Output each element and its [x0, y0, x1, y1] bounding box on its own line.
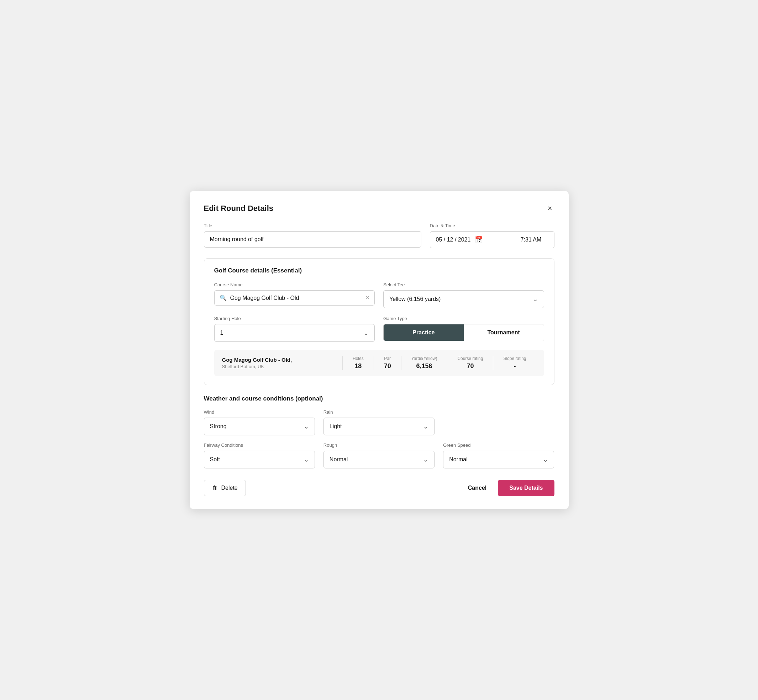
course-par-stat: Par 70: [374, 356, 401, 370]
fairway-field: Fairway Conditions Soft ⌄: [204, 442, 315, 469]
wind-rain-row: Wind Strong ⌄ Rain Light ⌄: [204, 409, 554, 435]
course-location: Shelford Bottom, UK: [222, 364, 342, 369]
rough-label: Rough: [324, 442, 434, 448]
footer-right: Cancel Save Details: [465, 480, 554, 496]
course-name-input[interactable]: [230, 295, 362, 301]
spacer: [443, 409, 554, 435]
green-speed-dropdown[interactable]: Normal ⌄: [443, 451, 554, 469]
starting-hole-label: Starting Hole: [214, 316, 375, 321]
holes-label: Holes: [353, 356, 364, 361]
time-field[interactable]: 7:31 AM: [508, 231, 554, 248]
rain-label: Rain: [324, 409, 434, 415]
course-name-display: Gog Magog Golf Club - Old,: [222, 357, 342, 363]
save-button[interactable]: Save Details: [498, 480, 554, 496]
delete-label: Delete: [221, 485, 238, 491]
weather-section: Weather and course conditions (optional)…: [204, 395, 554, 469]
cancel-button[interactable]: Cancel: [465, 480, 489, 496]
title-label: Title: [204, 223, 421, 228]
holes-value: 18: [354, 362, 362, 370]
select-tee-dropdown[interactable]: Yellow (6,156 yards) ⌄: [383, 290, 544, 308]
time-value: 7:31 AM: [521, 236, 542, 243]
rain-field: Rain Light ⌄: [324, 409, 434, 435]
rough-field: Rough Normal ⌄: [324, 442, 434, 469]
rain-dropdown[interactable]: Light ⌄: [324, 417, 434, 435]
select-tee-value: Yellow (6,156 yards): [389, 296, 440, 302]
chevron-down-icon: ⌄: [423, 456, 429, 464]
course-name-group: Course Name 🔍 ×: [214, 282, 375, 308]
course-name-input-wrap[interactable]: 🔍 ×: [214, 290, 375, 306]
course-tee-row: Course Name 🔍 × Select Tee Yellow (6,156…: [214, 282, 544, 308]
chevron-down-icon: ⌄: [304, 456, 309, 464]
delete-button[interactable]: 🗑 Delete: [204, 480, 246, 496]
close-button[interactable]: ×: [545, 204, 554, 213]
course-yards-stat: Yards(Yellow) 6,156: [401, 356, 447, 370]
course-info-row: Gog Magog Golf Club - Old, Shelford Bott…: [214, 350, 544, 376]
fairway-value: Soft: [210, 456, 220, 463]
starting-hole-group: Starting Hole 1 ⌄: [214, 316, 375, 342]
slope-rating-value: -: [514, 362, 516, 370]
title-input[interactable]: [204, 231, 421, 248]
top-row: Title Date & Time 05 / 12 / 2021 📅 7:31 …: [204, 223, 554, 248]
tournament-button[interactable]: Tournament: [464, 324, 544, 341]
course-rating-stat: Course rating 70: [447, 356, 493, 370]
game-type-toggle: Practice Tournament: [383, 324, 544, 341]
course-name-label: Course Name: [214, 282, 375, 288]
chevron-down-icon: ⌄: [423, 423, 429, 430]
course-info-name: Gog Magog Golf Club - Old, Shelford Bott…: [222, 357, 342, 369]
datetime-field-group: Date & Time 05 / 12 / 2021 📅 7:31 AM: [430, 223, 554, 248]
select-tee-group: Select Tee Yellow (6,156 yards) ⌄: [383, 282, 544, 308]
course-rating-value: 70: [467, 362, 474, 370]
starting-hole-dropdown[interactable]: 1 ⌄: [214, 324, 375, 342]
starting-hole-value: 1: [220, 330, 224, 336]
chevron-down-icon: ⌄: [533, 295, 538, 303]
datetime-label: Date & Time: [430, 223, 554, 228]
course-holes-stat: Holes 18: [342, 356, 374, 370]
search-icon: 🔍: [219, 295, 227, 301]
green-speed-label: Green Speed: [443, 442, 554, 448]
practice-button[interactable]: Practice: [384, 324, 464, 341]
rough-dropdown[interactable]: Normal ⌄: [324, 451, 434, 469]
weather-title: Weather and course conditions (optional): [204, 395, 554, 402]
wind-dropdown[interactable]: Strong ⌄: [204, 417, 315, 435]
modal-title: Edit Round Details: [204, 204, 274, 213]
trash-icon: 🗑: [212, 485, 218, 491]
slope-rating-label: Slope rating: [503, 356, 526, 361]
game-type-label: Game Type: [383, 316, 544, 321]
yards-label: Yards(Yellow): [411, 356, 437, 361]
chevron-down-icon: ⌄: [543, 456, 548, 464]
slope-rating-stat: Slope rating -: [493, 356, 536, 370]
clear-icon[interactable]: ×: [365, 294, 370, 302]
green-speed-field: Green Speed Normal ⌄: [443, 442, 554, 469]
fairway-dropdown[interactable]: Soft ⌄: [204, 451, 315, 469]
calendar-icon: 📅: [475, 236, 482, 244]
wind-label: Wind: [204, 409, 315, 415]
rough-value: Normal: [329, 456, 348, 463]
chevron-down-icon: ⌄: [363, 329, 369, 337]
par-value: 70: [384, 362, 391, 370]
golf-section-title: Golf Course details (Essential): [214, 267, 544, 274]
green-speed-value: Normal: [449, 456, 468, 463]
modal-footer: 🗑 Delete Cancel Save Details: [204, 480, 554, 496]
chevron-down-icon: ⌄: [304, 423, 309, 430]
modal-header: Edit Round Details ×: [204, 204, 554, 213]
yards-value: 6,156: [417, 362, 432, 370]
wind-value: Strong: [210, 423, 227, 430]
datetime-inputs: 05 / 12 / 2021 📅 7:31 AM: [430, 231, 554, 248]
date-field[interactable]: 05 / 12 / 2021 📅: [430, 231, 508, 248]
fairway-label: Fairway Conditions: [204, 442, 315, 448]
wind-field: Wind Strong ⌄: [204, 409, 315, 435]
title-field-group: Title: [204, 223, 421, 248]
golf-course-section: Golf Course details (Essential) Course N…: [204, 258, 554, 385]
hole-gametype-row: Starting Hole 1 ⌄ Game Type Practice Tou…: [214, 316, 544, 342]
rain-value: Light: [329, 423, 342, 430]
edit-round-modal: Edit Round Details × Title Date & Time 0…: [190, 191, 568, 509]
game-type-group: Game Type Practice Tournament: [383, 316, 544, 342]
select-tee-label: Select Tee: [383, 282, 544, 288]
date-value: 05 / 12 / 2021: [436, 236, 471, 243]
conditions-row: Fairway Conditions Soft ⌄ Rough Normal ⌄…: [204, 442, 554, 469]
course-rating-label: Course rating: [457, 356, 483, 361]
par-label: Par: [384, 356, 391, 361]
